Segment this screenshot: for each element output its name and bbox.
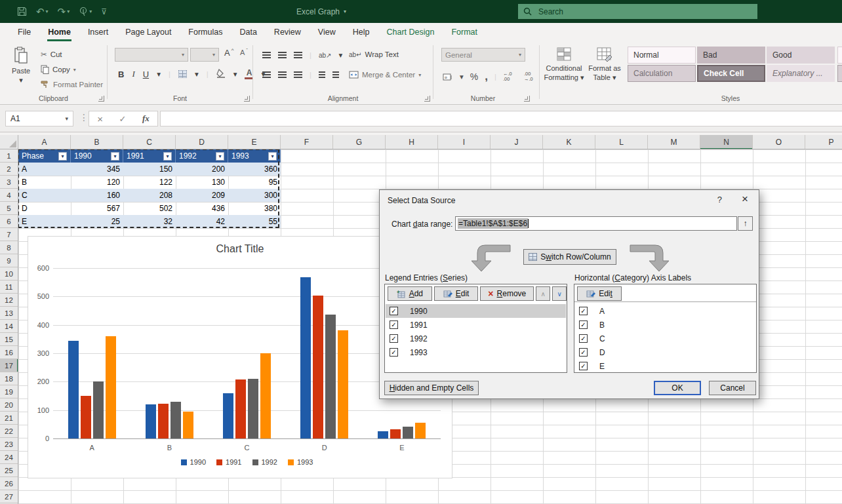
table-cell[interactable]: 567 [71, 202, 123, 215]
row-header-10[interactable]: 10 [0, 267, 18, 281]
comma-icon[interactable]: , [485, 70, 488, 83]
orientation-caret-icon[interactable]: ▾ [339, 50, 343, 60]
conditional-formatting-button[interactable]: ConditionalFormatting ▾ [542, 47, 586, 83]
table-cell[interactable]: 300 [228, 189, 281, 202]
row-header-24[interactable]: 24 [0, 451, 18, 464]
row-header-14[interactable]: 14 [0, 320, 18, 333]
select-all-button[interactable] [0, 135, 18, 149]
row-header-25[interactable]: 25 [0, 464, 18, 477]
legend-item-1991[interactable]: 1991 [216, 458, 241, 466]
row-header-15[interactable]: 15 [0, 333, 18, 346]
edit-series-button[interactable]: Edit [434, 286, 479, 301]
column-header-P[interactable]: P [805, 135, 842, 149]
bar-1993-E[interactable] [415, 423, 426, 438]
fill-color-caret-icon[interactable]: ▾ [233, 69, 237, 79]
table-header-cell[interactable]: 1990▾ [71, 149, 123, 163]
row-header-18[interactable]: 18 [0, 372, 18, 385]
table-cell[interactable]: 95 [228, 176, 281, 189]
checkbox[interactable]: ✓ [390, 334, 398, 343]
bar-1993-D[interactable] [338, 330, 348, 438]
cut-button[interactable]: ✂ Cut [41, 50, 62, 59]
paste-caret-icon[interactable]: ▾ [19, 76, 23, 84]
row-header-9[interactable]: 9 [0, 254, 18, 267]
remove-series-button[interactable]: × Remove [480, 286, 534, 301]
clipboard-dialog-launcher[interactable] [98, 96, 104, 102]
row-header-7[interactable]: 7 [0, 228, 18, 241]
row-header-12[interactable]: 12 [0, 294, 18, 307]
paste-button[interactable]: Paste▾ [7, 47, 35, 85]
row-header-23[interactable]: 23 [0, 438, 18, 451]
table-cell[interactable]: 436 [176, 202, 228, 215]
align-left-icon[interactable] [262, 71, 271, 78]
style-gallery-overflow-1[interactable] [837, 47, 842, 64]
axis-item-A[interactable]: ✓A [575, 304, 755, 318]
table-cell[interactable]: 380 [228, 202, 281, 215]
table-cell[interactable]: C [18, 189, 71, 202]
axis-item-D[interactable]: ✓D [575, 345, 755, 359]
cancel-entry-icon[interactable]: × [97, 113, 103, 125]
row-header-6[interactable]: 6 [0, 215, 18, 228]
bar-1992-A[interactable] [93, 381, 104, 438]
bar-1993-B[interactable] [183, 412, 193, 438]
undo-caret-icon[interactable]: ▾ [46, 9, 49, 14]
switch-row-column-button[interactable]: Switch Row/Column [523, 249, 616, 265]
increase-indent-icon[interactable] [332, 71, 339, 78]
column-header-A[interactable]: A [18, 135, 71, 149]
row-header-8[interactable]: 8 [0, 241, 18, 254]
filter-button[interactable]: ▾ [163, 152, 172, 161]
decrease-decimal-icon[interactable]: .00 →.0 [524, 71, 538, 83]
cell-style-normal[interactable]: Normal [628, 47, 696, 64]
underline-button[interactable]: U [143, 69, 149, 79]
bar-1990-D[interactable] [300, 277, 311, 438]
column-header-G[interactable]: G [333, 135, 386, 149]
row-header-27[interactable]: 27 [0, 490, 18, 503]
checkbox[interactable]: ✓ [579, 307, 588, 315]
tab-format[interactable]: Format [443, 24, 486, 41]
row-header-20[interactable]: 20 [0, 398, 18, 412]
row-header-13[interactable]: 13 [0, 307, 18, 320]
tab-help[interactable]: Help [344, 24, 378, 41]
tab-data[interactable]: Data [231, 24, 265, 41]
table-cell[interactable]: B [18, 176, 71, 189]
customize-qat-button[interactable]: ⊽ [101, 7, 107, 16]
cell-style-check[interactable]: Check Cell [697, 65, 765, 82]
column-header-H[interactable]: H [386, 135, 438, 149]
legend-item-1993[interactable]: 1993 [288, 458, 313, 466]
checkbox[interactable]: ✓ [390, 348, 398, 357]
bar-1992-D[interactable] [325, 315, 336, 438]
axis-item-B[interactable]: ✓B [575, 318, 755, 332]
column-header-L[interactable]: L [595, 135, 648, 149]
filter-button[interactable]: ▾ [216, 152, 224, 161]
merge-center-caret-icon[interactable]: ▾ [418, 72, 421, 78]
table-cell[interactable]: 360 [228, 163, 281, 176]
filter-button[interactable]: ▾ [268, 152, 277, 161]
table-cell[interactable]: 120 [71, 176, 123, 189]
column-header-M[interactable]: M [648, 135, 700, 149]
axis-item-C[interactable]: ✓C [575, 332, 755, 345]
series-item-1991[interactable]: ✓1991 [386, 318, 566, 332]
table-cell[interactable]: 200 [176, 163, 228, 176]
column-header-E[interactable]: E [228, 135, 281, 149]
copy-button[interactable]: Copy ▾ [41, 65, 76, 74]
search-input[interactable] [538, 7, 735, 16]
tab-chart-design[interactable]: Chart Design [378, 24, 443, 41]
accounting-caret-icon[interactable]: ▾ [460, 72, 464, 81]
name-box-caret-icon[interactable]: ▾ [65, 115, 68, 122]
bar-1993-A[interactable] [106, 336, 116, 438]
checkbox[interactable]: ✓ [579, 334, 588, 343]
column-header-O[interactable]: O [753, 135, 805, 149]
move-up-button[interactable]: ∧ [536, 286, 550, 301]
insert-function-icon[interactable]: fx [142, 113, 150, 124]
bar-1991-D[interactable] [313, 296, 323, 438]
table-cell[interactable]: 345 [71, 163, 123, 176]
copy-caret-icon[interactable]: ▾ [73, 67, 76, 73]
row-header-2[interactable]: 2 [0, 163, 18, 176]
axis-item-E[interactable]: ✓E [575, 359, 755, 372]
bar-1990-B[interactable] [146, 404, 156, 438]
touch-mode-caret-icon[interactable]: ▾ [89, 9, 92, 14]
checkbox[interactable]: ✓ [579, 348, 588, 357]
bar-1990-C[interactable] [223, 393, 233, 438]
align-top-icon[interactable] [262, 52, 271, 58]
search-box[interactable] [518, 4, 757, 19]
table-cell[interactable]: 150 [123, 163, 176, 176]
